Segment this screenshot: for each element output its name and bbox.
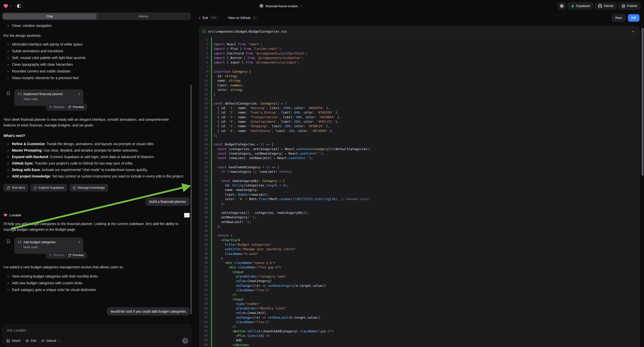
preview-button[interactable]: Preview <box>68 105 84 109</box>
view-code-link[interactable]: View code <box>24 246 80 249</box>
code-line: 50 <div className="space-y-6"> <box>200 260 640 265</box>
code-line: 9 id: string; <box>200 74 640 78</box>
publish-label: Publish <box>627 4 637 8</box>
version-card-1-wrap: Implement financial planner View code Re… <box>4 89 190 110</box>
code-line: 37 }; <box>200 202 640 206</box>
chat-message-list[interactable]: Clean, intuitive navigation For the desi… <box>0 22 193 324</box>
code-line: 11 limit: number; <box>200 83 640 87</box>
chevron-down-icon <box>58 340 60 342</box>
version-card[interactable]: Add budget categories View code Restore … <box>14 238 84 254</box>
send-button[interactable] <box>182 338 188 344</box>
bullet-item: Each category gets a unique color for vi… <box>4 286 190 293</box>
tab-history[interactable]: History <box>96 13 190 20</box>
diff-toggle-button[interactable]: Diff <box>628 14 640 22</box>
design-bullet-list: Minimalist interface with plenty of whit… <box>4 41 190 82</box>
chat-scrollbar[interactable] <box>190 85 192 314</box>
code-line: 54 value={newCategory} <box>200 279 640 283</box>
diff-added-gutter <box>211 37 212 347</box>
restore-icon <box>49 106 52 108</box>
supabase-button[interactable]: Supabase <box>568 2 593 10</box>
code-line: 63 className="flex-1" <box>200 320 640 324</box>
g-kbd: G <box>252 16 258 20</box>
image-icon <box>6 339 10 342</box>
knowledge-box-icon <box>73 186 76 190</box>
code-line: 64 /> <box>200 324 640 329</box>
bullet-item: Soft, neutral color palette with light b… <box>4 54 190 61</box>
bullet-item: GitHub Sync: Transfer your project's cod… <box>4 160 190 166</box>
bullet-item: Clean, intuitive navigation <box>4 22 190 29</box>
code-line: 68 </Button> <box>200 342 640 347</box>
message-menu-button[interactable]: ··· <box>184 213 190 218</box>
bullet-item: Clean typography with clear hierarchies <box>4 61 190 68</box>
publish-button[interactable]: Publish <box>618 2 640 10</box>
code-panel: Exit ESC View on GitHub G Raw Diff src/c… <box>193 12 644 347</box>
code-line: 57 /> <box>200 292 640 297</box>
assistant-paragraph: I've added a new budget categories manag… <box>4 264 190 270</box>
collapse-file-button[interactable] <box>630 29 636 34</box>
user-message: would be cool if you could add budget ca… <box>107 307 190 316</box>
code-line: 44 return ( <box>200 233 640 238</box>
preview-button[interactable]: Preview <box>68 254 84 257</box>
settings-button[interactable] <box>558 2 566 10</box>
chat-composer[interactable]: Ask Lovable... Attach Edit Default <box>2 324 191 346</box>
code-line: 46 title="Budget Categories" <box>200 242 640 247</box>
bullet-item: Add project knowledge: Set key context o… <box>4 173 190 180</box>
project-switcher[interactable]: financial-future-creator <box>260 0 302 12</box>
github-button[interactable]: GitHub <box>595 2 616 10</box>
code-line: 36 color: '#' + Math.floor(Math.random()… <box>200 197 640 201</box>
version-title: Implement financial planner <box>24 92 76 96</box>
mode-selector[interactable]: Default <box>41 339 60 342</box>
explore-supabase-button[interactable]: Explore Supabase <box>30 184 67 192</box>
chevron-up-icon <box>632 30 634 32</box>
manage-knowledge-button[interactable]: Manage knowledge <box>70 184 108 192</box>
code-line: 52 <Input <box>200 270 640 274</box>
bullet-item: View existing budget categories with the… <box>4 273 190 280</box>
code-line: 49 > <box>200 256 640 260</box>
code-scrollbar[interactable] <box>642 28 644 176</box>
view-code-link[interactable]: View code <box>24 97 80 101</box>
restore-button[interactable]: Restore <box>49 254 64 257</box>
view-on-github-button[interactable]: View on GitHub G <box>228 16 258 20</box>
exit-button[interactable]: Exit ESC <box>199 16 218 20</box>
code-editor[interactable]: 12import React from 'react';3import { Pl… <box>200 37 640 347</box>
sidebar-panel-icon <box>17 4 21 8</box>
bullet-item: Minimalist interface with plenty of whit… <box>4 41 190 48</box>
attach-button[interactable]: Attach <box>6 339 20 342</box>
file-header[interactable]: src/components/budget/BudgetCategories.t… <box>200 26 640 36</box>
tab-chat[interactable]: Chat <box>3 13 96 20</box>
version-card[interactable]: Implement financial planner View code Re… <box>14 89 84 106</box>
whats-next-heading: What's next? <box>4 134 190 138</box>
code-line: 51 <div className="flex gap-4"> <box>200 265 640 270</box>
code-line: 39 setCategories([...categories, newCate… <box>200 210 640 215</box>
edit-button[interactable]: Edit <box>26 339 36 342</box>
lovable-editor-window: financial-future-creator Supabase GitHub… <box>0 0 644 347</box>
code-line: 62 onChange={(e) => setNewLimit(e.target… <box>200 315 640 320</box>
lovable-logo-menu[interactable] <box>3 4 12 8</box>
code-line: 4import ChartCard from '@/components/ui/… <box>200 51 640 56</box>
arrow-up-icon <box>184 339 187 342</box>
raw-toggle-button[interactable]: Raw <box>612 14 625 22</box>
code-line: 12 color: string; <box>200 87 640 92</box>
chat-panel: Chat History Clean, intuitive navigation… <box>0 12 193 347</box>
code-line: 24▾const BudgetCategories = () => { <box>200 142 640 146</box>
code-line: 42 }; <box>200 224 640 228</box>
code-line: 13} <box>200 92 640 96</box>
code-line: 41 setNewLimit(''); <box>200 220 640 224</box>
code-line: 5import { Button } from '@/components/ui… <box>200 56 640 60</box>
code-line: 21 { id: '6', name: 'Healthcare', limit:… <box>200 128 640 133</box>
bullet-item: Refine & Customize: Tweak the design, an… <box>4 141 190 147</box>
restore-button[interactable]: Restore <box>49 105 64 109</box>
top-bar: financial-future-creator Supabase GitHub… <box>0 0 644 12</box>
file-added-icon <box>203 29 206 33</box>
code-line: 22]; <box>200 133 640 138</box>
code-line: 58 <Input <box>200 297 640 302</box>
version-card-2-wrap: Add budget categories View code Restore … <box>4 238 190 258</box>
bookmark-icon <box>7 240 10 244</box>
toggle-sidebar-button[interactable] <box>15 2 23 10</box>
visit-docs-button[interactable]: Visit docs <box>4 184 28 192</box>
code-line: 29▾ const handleAddCategory = () => { <box>200 165 640 169</box>
code-line: 2import React from 'react'; <box>200 42 640 46</box>
target-icon <box>26 339 29 342</box>
github-label: GitHub <box>604 4 614 8</box>
project-name: financial-future-creator <box>266 4 298 8</box>
